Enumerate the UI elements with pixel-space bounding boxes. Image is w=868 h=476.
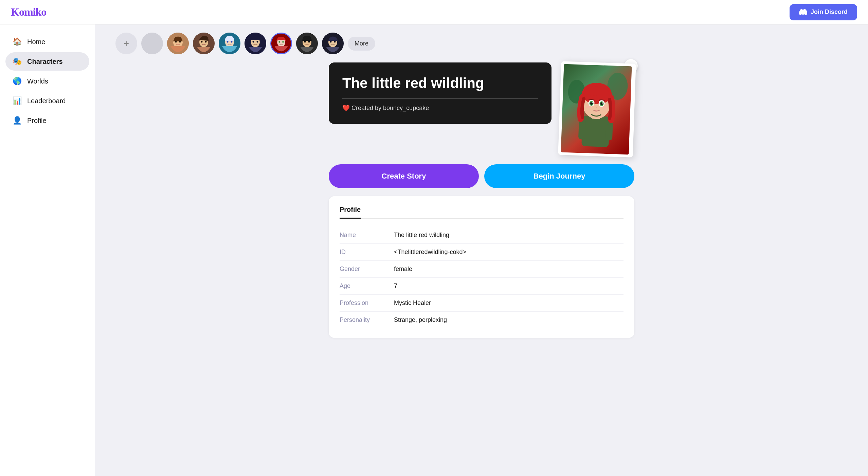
svg-point-10 (227, 41, 229, 43)
profile-label-personality: Personality (340, 312, 394, 328)
main-content: + (95, 24, 868, 476)
svg-point-22 (304, 41, 306, 43)
more-button[interactable]: More (348, 37, 375, 51)
sidebar-item-leaderboard[interactable]: 📊 Leaderboard (5, 92, 89, 110)
sidebar-label-leaderboard: Leaderboard (27, 97, 66, 105)
character-illustration (561, 64, 632, 155)
avatar-row: + (115, 33, 375, 54)
avatar-blank[interactable] (141, 33, 163, 54)
svg-point-19 (282, 41, 284, 43)
svg-point-26 (330, 41, 332, 43)
layout: 🏠 Home 🎭 Characters 🌎 Worlds 📊 Leaderboa… (0, 24, 868, 476)
discord-icon (799, 8, 807, 16)
character-image-container: ↗ (560, 62, 634, 156)
profile-value-id: <Thelittleredwildling-cokd> (394, 244, 623, 260)
avatar-char5[interactable] (270, 33, 292, 54)
profile-label-gender: Gender (340, 261, 394, 277)
character-creator: ❤️ Created by bouncy_cupcake (342, 104, 538, 112)
character-image (561, 64, 632, 155)
sidebar-item-characters[interactable]: 🎭 Characters (5, 52, 89, 71)
characters-icon: 🎭 (12, 57, 22, 66)
profile-label-name: Name (340, 227, 394, 243)
avatar-char7[interactable] (322, 33, 344, 54)
begin-journey-button[interactable]: Begin Journey (484, 164, 634, 188)
sidebar-label-worlds: Worlds (27, 77, 48, 85)
sidebar-label-characters: Characters (27, 58, 63, 66)
tab-profile[interactable]: Profile (340, 206, 361, 219)
profile-value-name: The little red wildling (394, 227, 623, 243)
profile-tabs: Profile (340, 206, 623, 219)
svg-point-14 (253, 41, 254, 43)
avatar-char6[interactable] (296, 33, 318, 54)
character-name: The little red wildling (342, 75, 538, 92)
avatar-char3[interactable] (219, 33, 240, 54)
profile-table: Name The little red wildling ID <Thelitt… (340, 227, 623, 328)
worlds-icon: 🌎 (12, 77, 22, 86)
avatar-char4[interactable] (245, 33, 266, 54)
header: Komiko Join Discord (0, 0, 868, 24)
character-divider (342, 98, 538, 99)
svg-point-6 (201, 41, 203, 43)
heart-emoji: ❤️ (342, 105, 350, 111)
character-area: The little red wildling ❤️ Created by bo… (329, 62, 634, 156)
profile-icon: 👤 (12, 116, 22, 125)
svg-rect-30 (581, 116, 610, 147)
svg-point-2 (175, 41, 177, 43)
discord-button[interactable]: Join Discord (790, 4, 857, 20)
svg-point-27 (334, 41, 336, 43)
home-icon: 🏠 (12, 37, 22, 46)
profile-value-personality: Strange, perplexing (394, 312, 623, 328)
svg-rect-31 (578, 119, 586, 140)
action-buttons: Create Story Begin Journey (329, 164, 634, 188)
discord-label: Join Discord (811, 8, 848, 16)
character-image-card (558, 61, 636, 158)
svg-point-18 (278, 41, 280, 43)
profile-label-profession: Profession (340, 295, 394, 311)
sidebar-item-profile[interactable]: 👤 Profile (5, 111, 89, 130)
svg-point-7 (205, 41, 207, 43)
creator-prefix: Created by (351, 105, 383, 111)
profile-label-age: Age (340, 278, 394, 294)
profile-value-gender: female (394, 261, 623, 277)
sidebar: 🏠 Home 🎭 Characters 🌎 Worlds 📊 Leaderboa… (0, 24, 95, 476)
leaderboard-icon: 📊 (12, 96, 22, 105)
create-story-button[interactable]: Create Story (329, 164, 479, 188)
avatar-char2[interactable] (193, 33, 215, 54)
svg-point-11 (231, 41, 233, 43)
svg-point-3 (179, 41, 181, 43)
profile-value-profession: Mystic Healer (394, 295, 623, 311)
sidebar-label-profile: Profile (27, 117, 47, 125)
sidebar-item-worlds[interactable]: 🌎 Worlds (5, 72, 89, 90)
character-info-card: The little red wildling ❤️ Created by bo… (329, 62, 551, 124)
svg-point-15 (257, 41, 258, 43)
svg-point-23 (308, 41, 310, 43)
profile-card: Profile Name The little red wildling ID … (329, 196, 634, 338)
sidebar-label-home: Home (27, 38, 45, 46)
profile-label-id: ID (340, 244, 394, 260)
add-character-button[interactable]: + (115, 33, 137, 54)
profile-value-age: 7 (394, 278, 623, 294)
creator-name: bouncy_cupcake (383, 105, 429, 111)
avatar-char1[interactable] (167, 33, 189, 54)
sidebar-item-home[interactable]: 🏠 Home (5, 33, 89, 51)
logo: Komiko (11, 6, 46, 18)
